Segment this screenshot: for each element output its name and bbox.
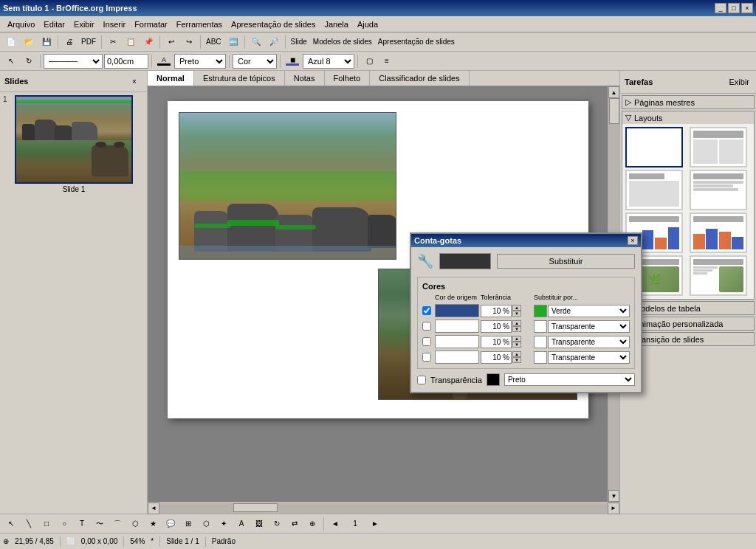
new-button[interactable]: 📄 [3, 34, 19, 50]
slide-image-bottom[interactable] [378, 269, 577, 400]
close-button[interactable]: × [741, 3, 753, 13]
extra-button[interactable]: ≡ [379, 53, 395, 69]
layout-4[interactable] [690, 170, 747, 210]
color1-button[interactable]: A [155, 53, 173, 69]
line-style-select[interactable]: ───── [44, 54, 103, 69]
menu-exibir[interactable]: Exibir [69, 18, 99, 30]
paste-button[interactable]: 📌 [140, 34, 157, 50]
slide-transition-header[interactable]: ▷ Transição de slides [622, 333, 754, 345]
3d-tool[interactable]: ⬡ [198, 516, 214, 532]
scroll-thumb[interactable] [609, 98, 619, 124]
layout-8[interactable] [690, 255, 747, 296]
copy-button[interactable]: 📋 [123, 34, 139, 50]
flip-tool[interactable]: ⇄ [286, 516, 303, 532]
layout-3[interactable] [625, 170, 683, 210]
tab-folheto[interactable]: Folheto [325, 71, 371, 86]
pdf-button[interactable]: PDF [79, 34, 98, 50]
menu-arquivo[interactable]: Arquivo [3, 18, 39, 30]
tab-notas[interactable]: Notas [285, 71, 325, 86]
slide-btn[interactable]: Slide [289, 34, 309, 50]
open-button[interactable]: 📂 [21, 34, 37, 50]
spellcheck-button[interactable]: ABC [204, 34, 224, 50]
zoom-out-button[interactable]: 🔎 [266, 34, 282, 50]
slide-info: Slide 1 / 1 [166, 537, 199, 545]
layout-blank[interactable] [625, 127, 683, 168]
layout-title-content[interactable] [690, 127, 747, 168]
color1-select[interactable]: Preto [174, 54, 226, 69]
slide-transition-label: Transição de slides [634, 335, 704, 344]
tab-estrutura[interactable]: Estrutura de tópicos [194, 71, 285, 86]
scroll-down-button[interactable]: ▼ [608, 490, 619, 502]
scroll-up-button[interactable]: ▲ [608, 86, 619, 98]
color2-button[interactable]: ◼ [284, 53, 301, 69]
fontwork-tool[interactable]: A [233, 516, 250, 532]
list-item[interactable]: 1 [3, 95, 144, 193]
cut-button[interactable]: ✂ [105, 34, 121, 50]
exibir-button[interactable]: Exibir [726, 74, 752, 90]
layout-6[interactable] [690, 213, 747, 253]
cursor-position: ⊕ [3, 537, 9, 545]
tab-normal[interactable]: Normal [148, 71, 194, 86]
polygon-tool[interactable]: ⬡ [127, 516, 143, 532]
rect-tool[interactable]: □ [38, 516, 55, 532]
select-tool[interactable]: ↖ [3, 516, 19, 532]
rotate-tool[interactable]: ↻ [21, 53, 37, 69]
menu-apresentacao[interactable]: Apresentação de slides [227, 18, 320, 30]
scroll-right-button[interactable]: ► [608, 503, 619, 514]
h-scroll-track[interactable] [159, 503, 608, 514]
menu-inserir[interactable]: Inserir [99, 18, 131, 30]
menu-formatar[interactable]: Formatar [130, 18, 172, 30]
custom-anim-header[interactable]: ▷ Animação personalizada [622, 317, 754, 330]
spellcheck2-button[interactable]: 🔤 [225, 34, 241, 50]
horizontal-scrollbar[interactable]: ◄ ► [148, 502, 619, 514]
menu-editar[interactable]: Editar [39, 18, 69, 30]
ellipse-tool[interactable]: ○ [56, 516, 72, 532]
slides-panel-close[interactable]: × [126, 73, 142, 89]
tabs-bar: Normal Estrutura de tópicos Notas Folhet… [148, 71, 619, 86]
size-input[interactable] [104, 54, 148, 69]
slide-thumbnail[interactable] [15, 95, 133, 184]
snap-tool[interactable]: ⊕ [304, 516, 320, 532]
toolbar-1: 📄 📂 💾 🖨 PDF ✂ 📋 📌 ↩ ↪ ABC 🔤 🔍 🔎 Slide Mo… [0, 32, 756, 52]
slide-canvas[interactable] [148, 86, 608, 502]
style-select[interactable]: Cor [233, 54, 277, 69]
text-tool[interactable]: T [74, 516, 90, 532]
effect-tool[interactable]: ✦ [216, 516, 232, 532]
menu-ajuda[interactable]: Ajuda [353, 18, 382, 30]
line-tool[interactable]: ╲ [21, 516, 37, 532]
scroll-left-button[interactable]: ◄ [148, 503, 159, 514]
scroll-track[interactable] [608, 98, 619, 490]
models-btn[interactable]: Modelos de slides [311, 34, 374, 50]
callout-tool[interactable]: 💬 [162, 516, 179, 532]
star-tool[interactable]: ★ [145, 516, 161, 532]
menu-ferramentas[interactable]: Ferramentas [172, 18, 227, 30]
table-models-header[interactable]: ▷ Modelos de tabela [622, 302, 754, 314]
slide-image-top[interactable] [179, 112, 396, 260]
rotate-mode-tool[interactable]: ↻ [269, 516, 285, 532]
connector-tool[interactable]: ⌒ [109, 516, 126, 532]
undo-button[interactable]: ↩ [163, 34, 179, 50]
nav-left[interactable]: ◄ [327, 516, 343, 532]
maximize-button[interactable]: □ [728, 3, 740, 13]
shadow-button[interactable]: ▢ [361, 53, 377, 69]
layouts-header[interactable]: ▽ Layouts [622, 111, 754, 124]
redo-button[interactable]: ↪ [181, 34, 197, 50]
save-button[interactable]: 💾 [38, 34, 55, 50]
curve-tool[interactable]: 〜 [92, 516, 108, 532]
table-tool[interactable]: ⊞ [180, 516, 196, 532]
minimize-button[interactable]: _ [715, 3, 726, 13]
print-button[interactable]: 🖨 [61, 34, 78, 50]
layout-7[interactable]: 🌿 [625, 255, 683, 296]
vertical-scrollbar[interactable]: ▲ ▼ [608, 86, 619, 502]
presentation-btn[interactable]: Apresentação de slides [376, 34, 457, 50]
menu-janela[interactable]: Janela [320, 18, 352, 30]
layout-5[interactable] [625, 213, 683, 253]
nav-right[interactable]: ► [367, 516, 383, 532]
arrow-tool[interactable]: ↖ [3, 53, 19, 69]
color2-select[interactable]: Azul 8 [303, 54, 354, 69]
zoom-in-button[interactable]: 🔍 [248, 34, 264, 50]
master-pages-header[interactable]: ▷ Páginas mestres [622, 96, 754, 108]
tab-classificador[interactable]: Classificador de slides [370, 71, 469, 86]
h-scroll-thumb[interactable] [233, 503, 278, 512]
insert-img-tool[interactable]: 🖼 [251, 516, 267, 532]
